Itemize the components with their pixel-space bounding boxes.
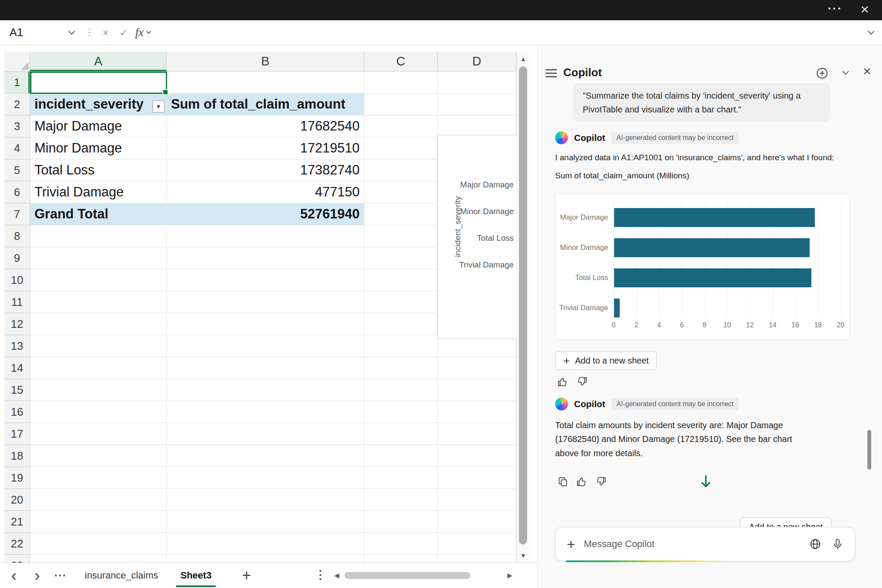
pivot-filter-icon[interactable]: ▾ — [152, 100, 165, 112]
cell-B6[interactable]: 477150 — [167, 181, 364, 203]
scroll-to-bottom-arrow-icon[interactable] — [698, 473, 714, 490]
panel-close-icon[interactable]: × — [863, 63, 871, 79]
cell-D23[interactable] — [438, 555, 516, 563]
cell-C3[interactable] — [364, 115, 438, 137]
cell-B23[interactable] — [167, 555, 364, 563]
sheet-nav-right-icon[interactable]: › — [34, 563, 40, 588]
row-header-19[interactable]: 19 — [4, 467, 30, 489]
cell-B13[interactable] — [167, 335, 364, 357]
add-to-new-sheet-button[interactable]: + Add to a new sheet — [555, 351, 657, 370]
cell-B17[interactable] — [167, 423, 364, 445]
cell-C7[interactable] — [364, 203, 438, 225]
row-header-6[interactable]: 6 — [4, 181, 30, 203]
cell-B21[interactable] — [167, 511, 364, 533]
row-header-23[interactable]: 23 — [4, 555, 30, 563]
cell-D3[interactable] — [438, 115, 516, 137]
cell-A17[interactable] — [30, 423, 167, 445]
horizontal-scrollbar-thumb[interactable] — [345, 572, 470, 579]
formula-bar-expand-icon[interactable] — [868, 28, 875, 35]
cell-B18[interactable] — [167, 445, 364, 467]
thumbs-down-icon[interactable] — [595, 476, 606, 487]
copy-icon[interactable] — [557, 476, 568, 487]
chevron-down-icon[interactable] — [68, 28, 75, 35]
cell-D19[interactable] — [438, 467, 516, 489]
sheet-nav-left-icon[interactable]: ‹ — [11, 563, 17, 588]
cell-B11[interactable] — [167, 291, 364, 313]
cell-C16[interactable] — [364, 401, 438, 423]
select-all-corner[interactable] — [4, 52, 30, 72]
row-header-5[interactable]: 5 — [4, 159, 30, 181]
cell-B16[interactable] — [167, 401, 364, 423]
cell-A6[interactable]: Trivial Damage — [30, 181, 167, 203]
cell-C11[interactable] — [364, 291, 438, 313]
cell-D22[interactable] — [438, 533, 516, 555]
column-header-D[interactable]: D — [438, 52, 516, 72]
cell-A4[interactable]: Minor Damage — [30, 137, 167, 159]
cell-C14[interactable] — [364, 357, 438, 379]
add-sheet-icon[interactable]: + — [242, 563, 251, 588]
cell-C15[interactable] — [364, 379, 438, 401]
cell-C6[interactable] — [364, 181, 438, 203]
sheet-menu-icon[interactable]: ··· — [308, 569, 333, 582]
cell-A20[interactable] — [30, 489, 167, 511]
cell-B5[interactable]: 17382740 — [167, 159, 364, 181]
embedded-pivot-chart[interactable]: incident_severity Major DamageMinor Dama… — [438, 135, 516, 339]
cell-B4[interactable]: 17219510 — [167, 137, 364, 159]
cell-C23[interactable] — [364, 555, 438, 563]
cell-C18[interactable] — [364, 445, 438, 467]
row-header-11[interactable]: 11 — [4, 291, 30, 313]
cell-D14[interactable] — [438, 357, 516, 379]
row-header-13[interactable]: 13 — [4, 335, 30, 357]
cell-B1[interactable] — [167, 72, 364, 93]
thumbs-up-icon[interactable] — [557, 376, 568, 387]
cell-A13[interactable] — [30, 335, 167, 357]
cell-A3[interactable]: Major Damage — [30, 115, 167, 137]
vertical-scrollbar[interactable]: ▲ ▼ — [516, 52, 529, 563]
cell-B12[interactable] — [167, 313, 364, 335]
cell-D16[interactable] — [438, 401, 516, 423]
sheet-tab-insurance_claims[interactable]: insurance_claims — [80, 563, 163, 588]
cell-C17[interactable] — [364, 423, 438, 445]
cell-B10[interactable] — [167, 269, 364, 291]
row-header-10[interactable]: 10 — [4, 269, 30, 291]
cell-C20[interactable] — [364, 489, 438, 511]
hscroll-left-icon[interactable]: ◀ — [334, 563, 339, 588]
menu-hamburger-icon[interactable] — [545, 68, 557, 78]
cell-A21[interactable] — [30, 511, 167, 533]
row-header-17[interactable]: 17 — [4, 423, 30, 445]
cell-D2[interactable] — [438, 93, 516, 115]
enter-icon[interactable]: ✓ — [115, 27, 133, 39]
cell-B15[interactable] — [167, 379, 364, 401]
cell-A16[interactable] — [30, 401, 167, 423]
cell-A1[interactable] — [30, 72, 167, 93]
row-header-2[interactable]: 2 — [4, 93, 30, 115]
cell-C4[interactable] — [364, 137, 438, 159]
row-header-3[interactable]: 3 — [4, 115, 30, 137]
cell-A14[interactable] — [30, 357, 167, 379]
row-header-22[interactable]: 22 — [4, 533, 30, 555]
sheet-tab-Sheet3[interactable]: Sheet3 — [175, 563, 217, 588]
cell-A23[interactable] — [30, 555, 167, 563]
cell-A19[interactable] — [30, 467, 167, 489]
thumbs-up-icon[interactable] — [576, 476, 587, 487]
cell-B22[interactable] — [167, 533, 364, 555]
cell-A12[interactable] — [30, 313, 167, 335]
cell-C2[interactable] — [364, 93, 438, 115]
cell-D18[interactable] — [438, 445, 516, 467]
cell-C22[interactable] — [364, 533, 438, 555]
row-header-16[interactable]: 16 — [4, 401, 30, 423]
vertical-scrollbar-thumb[interactable] — [519, 66, 527, 544]
cell-B2[interactable]: Sum of total_claim_amount — [167, 93, 364, 115]
row-header-18[interactable]: 18 — [4, 445, 30, 467]
cell-A18[interactable] — [30, 445, 167, 467]
panel-scrollbar-thumb[interactable] — [867, 430, 871, 470]
cell-D15[interactable] — [438, 379, 516, 401]
column-header-A[interactable]: A — [30, 52, 167, 72]
new-chat-icon[interactable] — [816, 67, 829, 80]
thumbs-down-icon[interactable] — [576, 376, 587, 387]
cell-B3[interactable]: 17682540 — [167, 115, 364, 137]
cell-C12[interactable] — [364, 313, 438, 335]
cell-A9[interactable] — [30, 247, 167, 269]
row-header-14[interactable]: 14 — [4, 357, 30, 379]
insert-function-icon[interactable]: fx — [135, 26, 151, 39]
